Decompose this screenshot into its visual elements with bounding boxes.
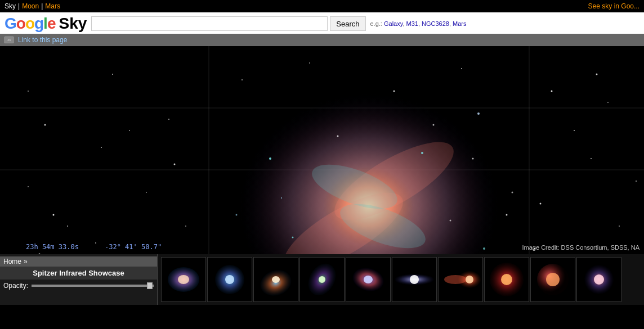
example-galaxy[interactable]: Galaxy xyxy=(384,20,402,27)
svg-point-66 xyxy=(225,275,234,284)
example-mars[interactable]: Mars xyxy=(453,20,466,27)
svg-point-53 xyxy=(472,158,474,160)
moon-link[interactable]: Moon xyxy=(22,2,39,10)
home-link-text[interactable]: Home xyxy=(3,258,21,265)
logo-o2: o xyxy=(25,15,34,32)
svg-point-15 xyxy=(28,91,29,92)
thumbnail-6[interactable] xyxy=(392,257,437,302)
sky-area[interactable]: 23h 54m 33.0s -32° 41' 50.7" Image Credi… xyxy=(0,46,644,254)
svg-point-57 xyxy=(236,214,238,216)
image-credit: Image Credit: DSS Consortium, SDSS, NA xyxy=(522,244,639,251)
opacity-label: Opacity: xyxy=(3,282,28,290)
top-bar-nav: Sky | Moon | Mars xyxy=(5,2,60,10)
svg-point-32 xyxy=(393,91,395,92)
sep2: | xyxy=(41,2,43,10)
svg-point-27 xyxy=(636,181,637,182)
svg-point-16 xyxy=(174,164,176,165)
thumbnail-strip xyxy=(158,254,644,305)
svg-point-13 xyxy=(146,192,147,193)
bottom-panel: Home » Spitzer Infrared Showcase Opacity… xyxy=(0,254,644,305)
svg-point-5 xyxy=(101,147,102,148)
opacity-slider[interactable] xyxy=(32,285,154,287)
svg-point-47 xyxy=(292,237,294,238)
link-icon: ⇔ xyxy=(5,37,14,43)
top-bar: Sky | Moon | Mars See sky in Goo... xyxy=(0,0,644,12)
example-ngc3628[interactable]: NGC3628 xyxy=(422,20,449,27)
opacity-row: Opacity: xyxy=(0,280,157,292)
svg-point-78 xyxy=(410,275,419,284)
logo-o1: o xyxy=(16,15,25,32)
thumbnail-5[interactable] xyxy=(346,257,391,302)
header: Google Sky Search e.g.: Galaxy, M31, NGC… xyxy=(0,12,644,34)
search-button[interactable]: Search xyxy=(330,16,365,31)
example-prefix: e.g.: xyxy=(370,20,382,27)
svg-point-14 xyxy=(95,242,96,244)
link-to-page[interactable]: Link to this page xyxy=(18,36,67,44)
svg-point-48 xyxy=(337,136,339,137)
svg-point-69 xyxy=(272,276,280,283)
svg-point-19 xyxy=(39,254,41,255)
top-bar-right: See sky in Goo... xyxy=(588,2,639,10)
search-area: Search e.g.: Galaxy, M31, NGC3628, Mars xyxy=(91,16,639,31)
logo-l: l xyxy=(43,15,47,32)
logo-area: Google Sky xyxy=(5,16,87,31)
thumbnail-2[interactable] xyxy=(207,257,252,302)
svg-point-30 xyxy=(242,79,243,80)
svg-point-81 xyxy=(444,275,467,284)
svg-point-60 xyxy=(512,192,513,193)
coordinate-ra: 23h 54m 33.0s xyxy=(26,243,79,251)
svg-point-23 xyxy=(540,203,542,205)
mars-link[interactable]: Mars xyxy=(45,2,60,10)
thumbnail-9[interactable] xyxy=(530,257,575,302)
thumbnail-10[interactable] xyxy=(576,257,621,302)
svg-point-54 xyxy=(483,247,485,250)
svg-point-12 xyxy=(44,124,46,126)
svg-point-58 xyxy=(433,124,435,126)
thumbnail-3[interactable] xyxy=(253,257,298,302)
svg-point-91 xyxy=(594,274,604,285)
thumbnail-4[interactable] xyxy=(299,257,345,302)
svg-point-20 xyxy=(551,91,553,92)
svg-point-72 xyxy=(319,276,325,283)
svg-point-8 xyxy=(168,119,169,120)
svg-point-11 xyxy=(112,74,113,75)
svg-point-7 xyxy=(28,186,29,187)
home-arrow: » xyxy=(24,258,28,265)
svg-point-29 xyxy=(596,74,598,75)
svg-point-4 xyxy=(53,214,55,216)
sep1: | xyxy=(18,2,20,10)
svg-point-25 xyxy=(607,102,609,103)
logo-g: G xyxy=(5,15,16,32)
search-input[interactable] xyxy=(91,16,328,31)
svg-point-10 xyxy=(185,226,186,227)
svg-point-88 xyxy=(546,273,560,286)
svg-point-59 xyxy=(477,112,480,115)
logo-e: e xyxy=(47,15,56,32)
svg-point-63 xyxy=(178,275,189,284)
opacity-thumb[interactable] xyxy=(147,282,153,289)
svg-point-33 xyxy=(461,68,462,69)
logo-g2: g xyxy=(34,15,43,32)
svg-point-49 xyxy=(421,152,423,154)
svg-point-22 xyxy=(619,226,620,227)
showcase-title: Spitzer Infrared Showcase xyxy=(0,267,157,280)
thumbnail-8[interactable] xyxy=(484,257,529,302)
sky-link[interactable]: Sky xyxy=(5,2,16,10)
link-bar: ⇔ Link to this page xyxy=(0,34,644,46)
coordinate-dec: -32° 41' 50.7" xyxy=(105,243,162,251)
see-sky-link[interactable]: See sky in Goo... xyxy=(588,2,639,10)
thumbnail-1[interactable] xyxy=(161,257,206,302)
home-nav[interactable]: Home » xyxy=(0,256,157,267)
star-field xyxy=(0,46,644,254)
sky-logo: Sky xyxy=(59,16,87,31)
svg-point-75 xyxy=(364,276,373,283)
example-m31[interactable]: M31 xyxy=(406,20,418,27)
thumbnail-7[interactable] xyxy=(438,257,483,302)
svg-point-46 xyxy=(269,157,271,160)
svg-point-85 xyxy=(501,274,512,285)
svg-point-82 xyxy=(466,276,473,283)
left-panel: Home » Spitzer Infrared Showcase Opacity… xyxy=(0,254,158,305)
svg-point-38 xyxy=(506,214,508,216)
svg-point-21 xyxy=(591,158,592,159)
svg-point-17 xyxy=(129,130,130,131)
